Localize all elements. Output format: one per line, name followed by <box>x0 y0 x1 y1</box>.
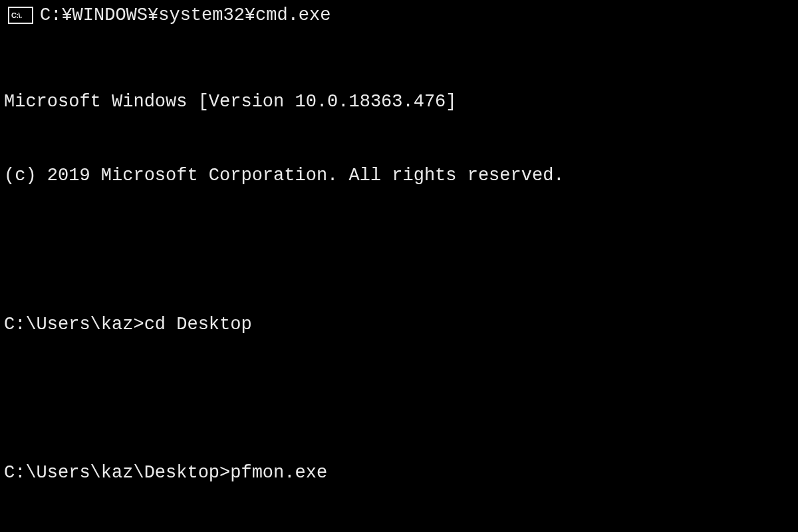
prompt-path: C:\Users\kaz\Desktop> <box>4 463 230 483</box>
terminal-output[interactable]: Microsoft Windows [Version 10.0.18363.47… <box>0 28 798 532</box>
command-text: cd Desktop <box>144 315 252 334</box>
prompt-line-2: C:\Users\kaz\Desktop>pfmon.exe <box>4 461 794 485</box>
blank-line <box>4 387 794 412</box>
cmd-window: C:\. C:¥WINDOWS¥system32¥cmd.exe Microso… <box>0 0 798 532</box>
window-title: C:¥WINDOWS¥system32¥cmd.exe <box>40 5 331 25</box>
cmd-system-icon[interactable]: C:\. <box>8 7 33 24</box>
cmd-system-icon-label: C:\. <box>11 11 22 19</box>
blank-line <box>4 238 794 263</box>
banner-version-line: Microsoft Windows [Version 10.0.18363.47… <box>4 90 794 114</box>
banner-copyright-line: (c) 2019 Microsoft Corporation. All righ… <box>4 164 794 188</box>
prompt-path: C:\Users\kaz> <box>4 315 144 334</box>
prompt-line-1: C:\Users\kaz>cd Desktop <box>4 313 794 337</box>
titlebar[interactable]: C:\. C:¥WINDOWS¥system32¥cmd.exe <box>0 0 798 28</box>
command-text: pfmon.exe <box>230 463 327 483</box>
